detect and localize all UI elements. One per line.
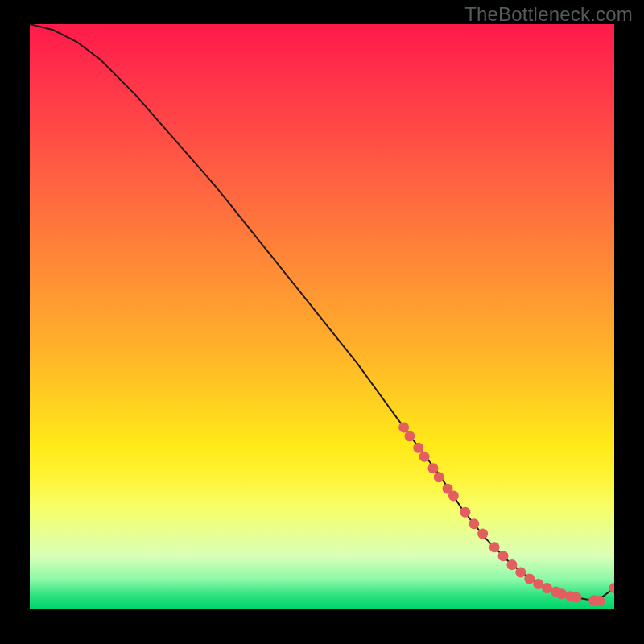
- marker-group: [398, 422, 614, 606]
- data-point: [419, 452, 430, 462]
- data-point: [448, 490, 459, 501]
- data-point: [469, 518, 479, 529]
- data-point: [477, 529, 488, 539]
- data-point: [515, 567, 526, 577]
- data-point: [404, 431, 415, 441]
- data-point: [524, 573, 535, 584]
- data-point: [594, 596, 605, 606]
- data-point: [571, 592, 581, 603]
- data-point: [398, 422, 409, 432]
- chart-frame: TheBottleneck.com: [0, 0, 644, 644]
- data-point: [460, 507, 470, 518]
- data-point: [413, 443, 423, 453]
- data-point: [489, 542, 500, 552]
- data-point: [506, 559, 517, 570]
- bottleneck-curve: [30, 24, 614, 601]
- chart-svg: [30, 24, 614, 609]
- plot-area: [30, 24, 614, 609]
- data-point: [556, 588, 567, 599]
- data-point: [427, 463, 438, 473]
- data-point: [498, 551, 509, 561]
- watermark-text: TheBottleneck.com: [464, 3, 633, 26]
- data-point: [434, 472, 444, 482]
